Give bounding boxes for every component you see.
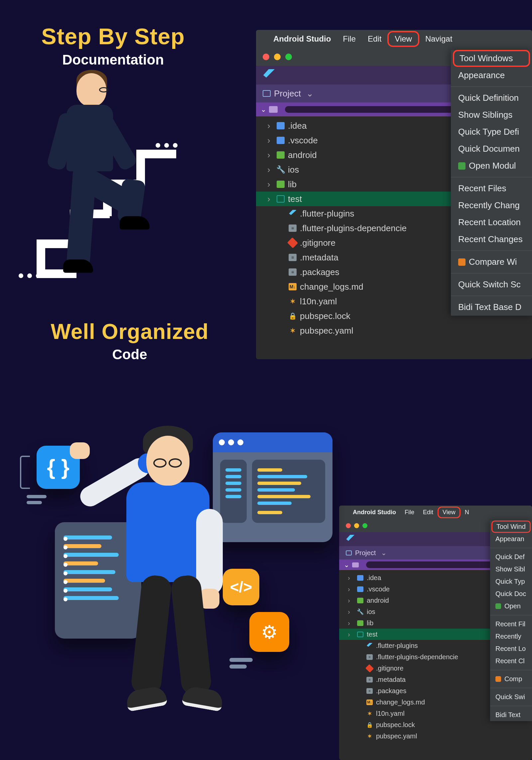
app-name: Android Studio [348,507,400,518]
tree-item-label: pubspec.yaml [376,732,417,740]
menu-item-label: Recent Location [458,217,521,228]
tree-item-label: .idea [288,121,307,131]
view-menu-item[interactable]: Quick Swi [490,691,532,703]
view-menu-item[interactable]: Recent Changes [451,231,532,248]
chevron-right-icon: › [267,150,273,160]
view-menu-item[interactable]: Appearance [451,67,532,84]
menu-navigate[interactable]: Navigat [419,31,458,47]
view-menu-item[interactable]: Quick Doc [490,588,532,600]
menu-divider [490,548,532,548]
file-gray-icon: ≡ [289,225,297,232]
folder-teal-icon [277,195,285,203]
view-menu-item[interactable]: Recent Files [451,180,532,197]
view-menu-item[interactable]: Recent Location [451,214,532,231]
chevron-right-icon: › [348,608,354,616]
menu-item-label: Bidi Text Base D [458,302,521,312]
chevron-right-icon: › [348,631,354,638]
menu-item-label: Show Sibl [495,565,525,573]
tree-item-label: .metadata [300,252,338,263]
window-close-icon[interactable] [346,523,351,528]
tree-row[interactable]: ✶pubspec.yaml [339,730,532,742]
view-menu-item[interactable]: Recent Fil [490,618,532,630]
view-menu-item[interactable]: Show Sibl [490,563,532,575]
tree-item-label: change_logs.md [300,282,363,292]
window-maximize-icon[interactable] [362,523,367,528]
tree-item-label: pubspec.yaml [300,326,353,336]
folder-teal-icon [357,632,363,637]
menu-file[interactable]: File [337,31,362,47]
menu-item-label: Recent Lo [495,645,526,653]
yaml-icon: ✶ [289,327,297,334]
chevron-down-icon [379,549,387,557]
menu-item-label: Recently Chang [458,200,520,211]
menu-navigate[interactable]: N [461,507,473,518]
md-icon: M↓ [289,283,297,290]
git-icon [287,237,298,248]
module-icon [458,162,466,170]
view-menu-item[interactable]: Recent Lo [490,643,532,655]
menu-view[interactable]: View [438,507,461,518]
folder-icon [269,106,278,113]
tree-item-label: android [367,597,389,604]
folder-blue-icon [277,137,285,144]
view-menu-item[interactable]: Open Modul [451,157,532,174]
tree-item-label: ios [367,608,375,616]
flutter-icon [366,643,373,649]
tree-item-label: l10n.yaml [376,710,405,717]
module-icon [495,603,501,609]
view-menu-item[interactable]: Recent Cl [490,655,532,667]
menu-item-label: Open [504,602,521,610]
view-menu-item[interactable]: Comp [490,673,532,685]
view-menu-item[interactable]: Quick Documen [451,140,532,157]
project-label: Project [355,549,376,557]
menu-item-label: Open Modul [469,161,516,171]
menu-item-label: Bidi Text [495,711,520,719]
tree-item-label: change_logs.md [376,698,425,706]
compare-icon [495,676,501,682]
menu-edit[interactable]: Edit [362,31,387,47]
tree-row[interactable]: ✶pubspec.yaml [256,323,532,338]
menu-divider [451,296,532,296]
menu-view[interactable]: View [387,31,419,47]
view-menu-item[interactable]: Appearan [490,533,532,545]
menu-edit[interactable]: Edit [419,507,438,518]
menu-item-label: Recently [495,633,521,640]
view-menu-item[interactable]: Recently [490,630,532,643]
window-close-icon[interactable] [263,54,269,60]
chevron-down-icon: ⌄ [344,561,349,569]
view-menu-item[interactable]: Show Siblings [451,106,532,123]
lock-icon: 🔒 [366,722,373,728]
view-menu-item[interactable]: Open [490,600,532,612]
project-label: Project [274,88,301,99]
menu-file[interactable]: File [400,507,419,518]
window-maximize-icon[interactable] [285,54,292,60]
tree-item-label: .idea [367,574,381,582]
tree-item-label: .gitignore [376,665,403,672]
chevron-right-icon: › [348,597,354,604]
tree-item-label: ios [288,165,299,175]
step-subtitle: Documentation [27,52,200,68]
yaml-icon: ✶ [366,733,373,739]
menu-item-label: Compare Wi [469,257,517,267]
view-menu-item[interactable]: Compare Wi [451,253,532,270]
lock-icon: 🔒 [289,312,297,320]
window-minimize-icon[interactable] [354,523,359,528]
view-menu-item[interactable]: Quick Switch Sc [451,276,532,293]
tree-item-label: pubspec.lock [300,311,350,321]
view-menu-item[interactable]: Bidi Text Base D [451,299,532,316]
view-menu-item[interactable]: Quick Definition [451,89,532,106]
view-menu-item[interactable]: Quick Type Defi [451,123,532,140]
chevron-right-icon: › [267,194,273,204]
menu-item-label: Appearan [495,535,524,543]
view-menu-item[interactable]: Quick Typ [490,575,532,588]
view-menu-item[interactable]: Recently Chang [451,197,532,214]
tree-item-label: lib [367,619,373,627]
tree-item-label: test [367,631,377,638]
view-menu-item[interactable]: Bidi Text [490,709,532,721]
yaml-icon: ✶ [289,298,297,305]
window-minimize-icon[interactable] [274,54,281,60]
view-menu-item[interactable]: Tool Wind [491,521,531,533]
view-menu-item[interactable]: Quick Def [490,551,532,563]
view-menu-item[interactable]: Tool Windows [453,50,530,67]
folder-green-icon [357,620,363,626]
